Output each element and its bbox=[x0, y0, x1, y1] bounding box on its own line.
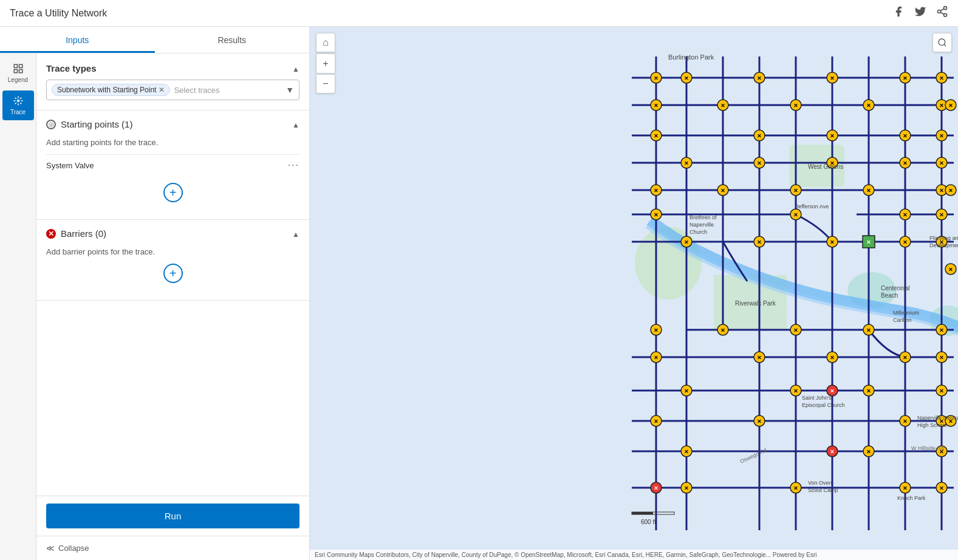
svg-text:✕: ✕ bbox=[684, 239, 689, 245]
starting-point-name: System Valve bbox=[46, 161, 94, 170]
svg-text:✕: ✕ bbox=[654, 133, 659, 139]
svg-point-0 bbox=[944, 7, 947, 10]
svg-text:Naperville Central: Naperville Central bbox=[917, 415, 958, 421]
svg-text:Scout Camp: Scout Camp bbox=[808, 487, 838, 493]
svg-text:600 ft: 600 ft bbox=[641, 519, 656, 525]
svg-text:✕: ✕ bbox=[684, 75, 689, 81]
run-button[interactable]: Run bbox=[46, 504, 299, 528]
map-attribution: Esri Community Maps Contributors, City o… bbox=[310, 550, 958, 560]
starting-points-collapse-icon[interactable] bbox=[292, 120, 299, 129]
svg-text:Development: Development bbox=[929, 242, 958, 248]
starting-points-icon: ◎ bbox=[46, 120, 56, 129]
tab-results[interactable]: Results bbox=[155, 27, 310, 53]
svg-text:Naperville: Naperville bbox=[689, 222, 714, 228]
svg-text:West Greens: West Greens bbox=[808, 163, 843, 170]
svg-text:✕: ✕ bbox=[654, 355, 659, 361]
svg-text:✕: ✕ bbox=[866, 449, 871, 455]
svg-text:✕: ✕ bbox=[939, 188, 944, 194]
svg-text:✕: ✕ bbox=[654, 212, 659, 218]
svg-text:✕: ✕ bbox=[939, 355, 944, 361]
svg-text:✕: ✕ bbox=[830, 75, 835, 81]
svg-text:✕: ✕ bbox=[866, 103, 871, 109]
svg-text:✕: ✕ bbox=[948, 188, 953, 194]
sidebar-tabs: Inputs Results bbox=[0, 27, 309, 53]
svg-text:Centennial: Centennial bbox=[881, 285, 910, 292]
starting-points-header[interactable]: ◎ Starting points (1) bbox=[36, 111, 309, 138]
svg-text:High School: High School bbox=[917, 422, 947, 428]
starting-point-item: System Valve ··· bbox=[46, 154, 299, 176]
svg-text:✕: ✕ bbox=[903, 239, 908, 245]
barriers-label: Barriers (0) bbox=[61, 228, 106, 239]
svg-rect-7 bbox=[19, 70, 22, 73]
svg-text:✕: ✕ bbox=[903, 75, 908, 81]
sidebar-item-trace[interactable]: Trace bbox=[2, 90, 34, 120]
main-panel: Trace types Subnetwork with Starting Poi… bbox=[36, 53, 309, 560]
svg-text:✕: ✕ bbox=[793, 212, 798, 218]
svg-text:✕: ✕ bbox=[654, 188, 659, 194]
map-search-button[interactable] bbox=[932, 33, 952, 52]
trace-label: Trace bbox=[10, 109, 26, 115]
map-controls: ⌂ + − bbox=[316, 33, 335, 94]
svg-text:✕: ✕ bbox=[939, 133, 944, 139]
starting-points-body: Add starting points for the trace. Syste… bbox=[36, 138, 309, 219]
svg-text:✕: ✕ bbox=[720, 327, 725, 333]
svg-text:✕: ✕ bbox=[757, 133, 762, 139]
svg-text:✕: ✕ bbox=[793, 388, 798, 394]
svg-text:✕: ✕ bbox=[948, 103, 953, 109]
svg-text:Saint John's: Saint John's bbox=[802, 395, 832, 401]
barriers-section: ✕ Barriers (0) Add barrier points for th… bbox=[36, 220, 309, 301]
svg-text:✕: ✕ bbox=[654, 418, 659, 425]
select-chevron-icon: ▼ bbox=[286, 85, 294, 95]
tab-inputs[interactable]: Inputs bbox=[0, 27, 155, 53]
svg-text:Beach: Beach bbox=[881, 292, 898, 299]
starting-points-description: Add starting points for the trace. bbox=[46, 138, 299, 147]
svg-text:✕: ✕ bbox=[757, 418, 762, 425]
sidebar-content: Legend Trace Trace types S bbox=[0, 53, 309, 560]
home-button[interactable]: ⌂ bbox=[316, 33, 335, 52]
svg-text:✕: ✕ bbox=[903, 160, 908, 166]
barriers-icon: ✕ bbox=[46, 229, 56, 239]
facebook-icon[interactable] bbox=[892, 5, 905, 21]
remove-trace-tag[interactable]: ✕ bbox=[159, 86, 165, 94]
svg-text:✕: ✕ bbox=[793, 188, 798, 194]
svg-text:✕: ✕ bbox=[866, 188, 871, 194]
svg-text:✕: ✕ bbox=[939, 485, 944, 491]
svg-text:✕: ✕ bbox=[654, 485, 659, 491]
svg-text:✕: ✕ bbox=[684, 485, 689, 491]
share-icon[interactable] bbox=[936, 5, 948, 21]
map-area[interactable]: ✕ ✕ ✕ ✕ ✕ ✕ ✕ ✕ ✕ ✕ ✕ ✕ ✕ ✕ ✕ ✕ ✕ ✕ bbox=[310, 27, 958, 560]
trace-types-collapse-icon[interactable] bbox=[292, 63, 299, 73]
trace-type-select[interactable]: Subnetwork with Starting Point ✕ Select … bbox=[46, 80, 299, 100]
svg-point-1 bbox=[938, 10, 941, 13]
collapse-bar[interactable]: ≪ Collapse bbox=[36, 536, 309, 560]
add-barrier-button[interactable]: + bbox=[163, 264, 183, 283]
svg-rect-5 bbox=[14, 64, 17, 67]
svg-text:✕: ✕ bbox=[939, 327, 944, 333]
svg-text:✕: ✕ bbox=[757, 355, 762, 361]
barriers-collapse-icon[interactable] bbox=[292, 229, 299, 239]
sidebar-rail: Legend Trace bbox=[0, 53, 36, 560]
zoom-out-button[interactable]: − bbox=[316, 74, 335, 94]
svg-text:✕: ✕ bbox=[948, 267, 953, 273]
app-title: Trace a Utility Network bbox=[10, 8, 107, 19]
barriers-header[interactable]: ✕ Barriers (0) bbox=[36, 220, 309, 247]
svg-rect-220 bbox=[632, 512, 653, 514]
sidebar-item-legend[interactable]: Legend bbox=[5, 58, 30, 88]
starting-point-more-icon[interactable]: ··· bbox=[288, 160, 299, 171]
map-background: ✕ ✕ ✕ ✕ ✕ ✕ ✕ ✕ ✕ ✕ ✕ ✕ ✕ ✕ ✕ ✕ ✕ ✕ bbox=[310, 27, 958, 560]
trace-types-label: Trace types bbox=[46, 63, 97, 73]
svg-point-2 bbox=[944, 13, 947, 16]
svg-line-223 bbox=[944, 44, 946, 46]
collapse-label: Collapse bbox=[58, 544, 89, 553]
add-starting-point-button[interactable]: + bbox=[163, 183, 183, 202]
svg-text:✕: ✕ bbox=[830, 239, 835, 245]
svg-text:✕: ✕ bbox=[684, 388, 689, 394]
svg-text:✕: ✕ bbox=[903, 212, 908, 218]
zoom-in-button[interactable]: + bbox=[316, 53, 335, 73]
svg-text:✕: ✕ bbox=[793, 485, 798, 491]
svg-text:✕: ✕ bbox=[757, 160, 762, 166]
twitter-icon[interactable] bbox=[914, 5, 926, 21]
svg-text:Jefferson Ave: Jefferson Ave bbox=[796, 203, 829, 210]
svg-line-4 bbox=[940, 9, 944, 10]
svg-text:✕: ✕ bbox=[866, 327, 871, 333]
